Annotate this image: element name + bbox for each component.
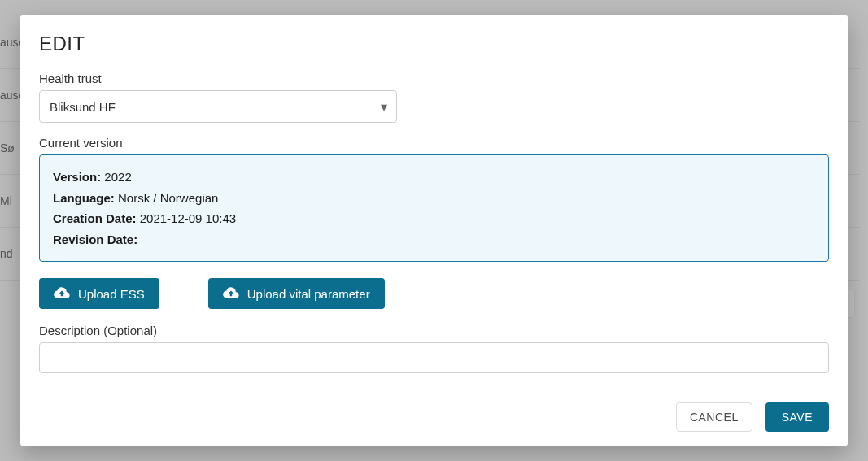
description-input[interactable] <box>39 342 829 373</box>
current-version-box: Version: 2022 Language: Norsk / Norwegia… <box>39 154 829 262</box>
language-line: Language: Norsk / Norwegian <box>53 188 815 209</box>
upload-vital-parameter-button[interactable]: Upload vital parameter <box>208 278 385 309</box>
upload-ess-label: Upload ESS <box>78 287 145 301</box>
creation-date-key: Creation Date: <box>53 211 137 225</box>
revision-date-line: Revision Date: <box>53 229 815 250</box>
revision-date-key: Revision Date: <box>53 233 137 246</box>
upload-vital-label: Upload vital parameter <box>247 287 370 301</box>
health-trust-select[interactable]: Bliksund HF ▾ <box>39 90 397 123</box>
language-value: Norsk / Norwegian <box>118 191 218 205</box>
description-label: Description (Optional) <box>39 324 829 337</box>
language-key: Language: <box>53 191 115 205</box>
health-trust-select-box[interactable]: Bliksund HF <box>39 90 397 123</box>
creation-date-line: Creation Date: 2021-12-09 10:43 <box>53 208 815 229</box>
cancel-button[interactable]: CANCEL <box>676 402 752 432</box>
version-line: Version: 2022 <box>53 167 815 188</box>
upload-ess-button[interactable]: Upload ESS <box>39 278 159 309</box>
health-trust-label: Health trust <box>39 72 829 85</box>
edit-modal: EDIT Health trust Bliksund HF ▾ Current … <box>20 15 848 446</box>
upload-button-row: Upload ESS Upload vital parameter <box>39 278 829 309</box>
version-key: Version: <box>53 170 101 184</box>
modal-footer: CANCEL SAVE <box>39 393 829 432</box>
version-value: 2022 <box>104 170 131 184</box>
chevron-down-icon: ▾ <box>381 99 387 115</box>
current-version-label: Current version <box>39 136 829 150</box>
health-trust-value: Bliksund HF <box>50 100 116 114</box>
modal-title: EDIT <box>39 33 829 55</box>
creation-date-value: 2021-12-09 10:43 <box>140 211 236 225</box>
save-button[interactable]: SAVE <box>765 402 829 432</box>
cloud-upload-icon <box>54 286 70 302</box>
cloud-upload-icon <box>223 286 239 302</box>
